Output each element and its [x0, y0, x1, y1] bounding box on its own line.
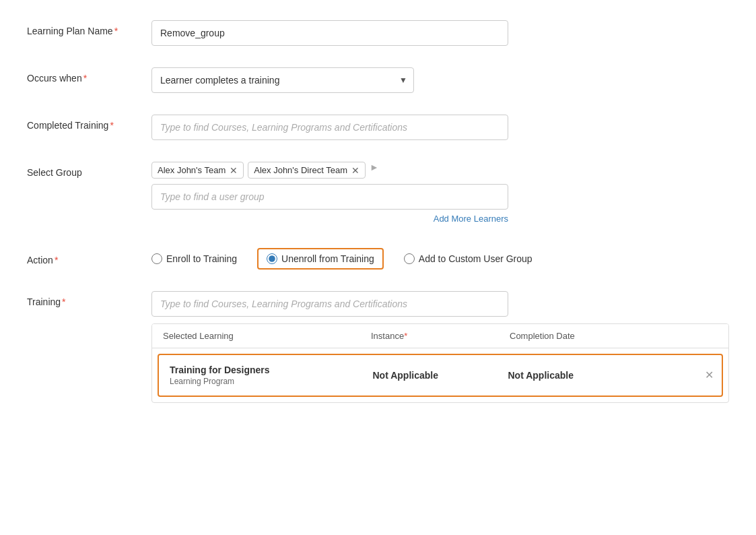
completed-training-label: Completed Training* [27, 115, 151, 131]
occurs-when-select[interactable]: Learner completes a training Learner enr… [151, 67, 414, 93]
training-search-input[interactable] [151, 291, 508, 317]
group-tag-1-close[interactable]: ✕ [230, 166, 238, 175]
action-unenroll-option[interactable]: Unenroll from Training [257, 248, 384, 270]
select-group-row: Select Group Alex John's Team ✕ Alex Joh… [27, 162, 729, 224]
training-row-close[interactable]: ✕ [705, 370, 714, 381]
training-completion-date-value: Not Applicable [508, 370, 574, 381]
required-marker-completed: * [110, 120, 113, 131]
training-type: Learning Program [170, 377, 373, 386]
group-tag-2-label: Alex John's Direct Team [254, 165, 347, 175]
training-table: Selected Learning Instance* Completion D… [151, 323, 729, 403]
occurs-when-control: Learner completes a training Learner enr… [151, 67, 729, 93]
action-label: Action* [27, 249, 151, 265]
required-marker-action: * [55, 255, 58, 265]
action-add-custom-label: Add to Custom User Group [419, 253, 532, 264]
learning-plan-name-control [151, 20, 729, 46]
action-unenroll-label: Unenroll from Training [281, 253, 374, 264]
training-name: Training for Designers [170, 365, 373, 375]
training-row: Training* Selected Learning Instance* Co… [27, 291, 729, 403]
completed-training-input[interactable] [151, 115, 508, 140]
group-search-input[interactable] [151, 184, 508, 210]
group-tags-area: Alex John's Team ✕ Alex John's Direct Te… [151, 162, 729, 179]
action-enroll-option[interactable]: Enroll to Training [151, 253, 237, 264]
action-radio-group: Enroll to Training Unenroll from Trainin… [151, 245, 729, 270]
group-tag-1-label: Alex John's Team [158, 165, 226, 175]
required-marker-occurs: * [83, 73, 87, 84]
training-selected-learning: Training for Designers Learning Program [170, 365, 373, 386]
action-enroll-radio[interactable] [151, 253, 162, 264]
required-marker: * [114, 26, 118, 36]
action-control: Enroll to Training Unenroll from Trainin… [151, 245, 729, 270]
learning-plan-name-row: Learning Plan Name* [27, 20, 729, 46]
col-header-instance: Instance* [371, 331, 510, 341]
training-control: Selected Learning Instance* Completion D… [151, 291, 729, 403]
tag-arrow-icon: ► [370, 162, 379, 179]
col-header-selected-learning: Selected Learning [163, 331, 371, 341]
select-group-label: Select Group [27, 162, 151, 178]
form-container: Learning Plan Name* Occurs when* Learner… [0, 0, 756, 535]
training-instance: Not Applicable [373, 370, 508, 381]
occurs-when-label: Occurs when* [27, 67, 151, 84]
action-add-custom-radio[interactable] [404, 253, 415, 264]
group-tag-1: Alex John's Team ✕ [151, 162, 244, 179]
required-marker-training: * [62, 296, 65, 307]
learning-plan-name-input[interactable] [151, 20, 508, 46]
required-marker-instance: * [404, 331, 407, 341]
action-row: Action* Enroll to Training Unenroll from… [27, 245, 729, 270]
col-header-completion-date: Completion Date [510, 331, 718, 341]
training-instance-value: Not Applicable [373, 370, 439, 381]
action-unenroll-radio[interactable] [267, 253, 277, 264]
group-tag-2-close[interactable]: ✕ [351, 166, 359, 175]
training-completion-date: Not Applicable [508, 370, 712, 381]
training-table-row: Training for Designers Learning Program … [158, 354, 723, 397]
training-table-header: Selected Learning Instance* Completion D… [152, 324, 728, 348]
training-label: Training* [27, 291, 151, 307]
select-group-control: Alex John's Team ✕ Alex John's Direct Te… [151, 162, 729, 224]
action-add-custom-option[interactable]: Add to Custom User Group [404, 253, 532, 264]
completed-training-row: Completed Training* [27, 115, 729, 140]
occurs-when-select-wrapper: Learner completes a training Learner enr… [151, 67, 414, 93]
completed-training-control [151, 115, 729, 140]
learning-plan-name-label: Learning Plan Name* [27, 20, 151, 36]
action-enroll-label: Enroll to Training [166, 253, 237, 264]
add-more-learners-link[interactable]: Add More Learners [151, 214, 508, 224]
group-tag-2: Alex John's Direct Team ✕ [248, 162, 366, 179]
occurs-when-row: Occurs when* Learner completes a trainin… [27, 67, 729, 93]
